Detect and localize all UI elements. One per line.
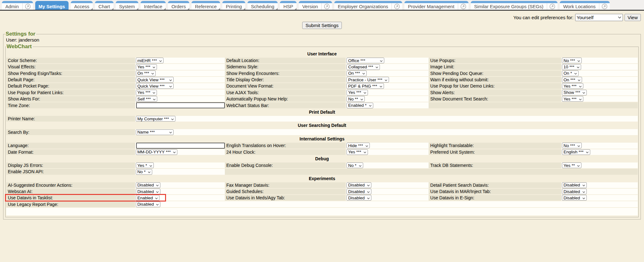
preferences-select[interactable]: Yourself (575, 14, 623, 21)
tab-hsp[interactable]: HSP (280, 1, 297, 10)
track-db-statements-select[interactable]: Yes ** (562, 162, 581, 168)
show-alerts-select[interactable]: Show *** (562, 90, 587, 95)
tab-admin[interactable]: Admin (2, 1, 33, 10)
menu-corner-icon (218, 8, 220, 10)
warn-if-exiting-without-submit-select[interactable]: On *** (562, 77, 582, 83)
chevron-down-icon (362, 71, 365, 76)
automatically-popup-new-help-label: Automatically Popup New Help: (226, 96, 288, 101)
setting-label-cell: Show Pending Encounters: (225, 71, 346, 76)
empty-cell (561, 129, 638, 135)
use-popups-select[interactable]: No *** (562, 58, 582, 63)
section-header-experiments: Experiments (6, 175, 638, 182)
display-js-errors-select[interactable]: Yes * (136, 162, 154, 168)
tab-reference[interactable]: Reference (192, 1, 220, 10)
submit-settings-button[interactable]: Submit Settings (302, 22, 341, 29)
select-value: Yes *** (137, 65, 151, 69)
ai-suggested-encounter-actions-select[interactable]: Disabled (136, 182, 161, 188)
search-by-select[interactable]: Name *** (136, 129, 174, 135)
color-scheme-select[interactable]: miEHR *** (136, 58, 164, 63)
external-link-icon[interactable] (599, 3, 610, 10)
english-translations-on-hover-select[interactable]: Hide *** (347, 143, 369, 148)
external-link-icon[interactable] (547, 3, 558, 10)
24-hour-clock-select[interactable]: Yes *** (347, 149, 368, 155)
tab-orders[interactable]: Orders (168, 1, 189, 10)
menu-corner-icon (243, 8, 245, 10)
webchart-status-bar-select[interactable]: Enabled * (347, 103, 373, 108)
printer-name-select[interactable]: My Computer *** (136, 116, 176, 122)
highlight-translatable-select[interactable]: No *** (562, 143, 582, 148)
use-datavis-in-tasklist-select[interactable]: Enabled (136, 195, 160, 201)
tab-work-locations[interactable]: Work Locations (560, 1, 610, 10)
ai-suggested-encounter-actions-label: AI-Suggested Encounter Actions: (8, 183, 72, 188)
section-row: International Settings (6, 136, 638, 142)
empty-cell (346, 201, 429, 207)
show-pending-encounters-select[interactable]: On *** (347, 71, 367, 76)
enable-json-api-select[interactable]: No * (136, 169, 152, 175)
setting-label-cell: Default Page: (6, 77, 135, 83)
show-document-text-search-select[interactable]: Yes *** (562, 96, 583, 102)
chevron-down-icon (577, 143, 580, 148)
title-display-order-select[interactable]: Practice - User *** (347, 77, 389, 83)
use-datavis-in-e-sign-select[interactable]: Disabled (562, 195, 587, 201)
tab-similar-exposure-groups-segs[interactable]: Similar Exposure Groups (SEGs) (471, 1, 558, 10)
show-pending-esign-tasks-select[interactable]: On *** (136, 71, 156, 76)
tab-employer-organizations[interactable]: Employer Organizations (334, 1, 402, 10)
guided-schedules-select[interactable]: Disabled (347, 189, 371, 194)
detail-patient-search-datavis-select[interactable]: Disabled (562, 182, 587, 188)
table-row: Visual Effects:Yes ***Sidemenu Style:Col… (6, 64, 638, 70)
select-value: Yes * (137, 163, 147, 168)
tab-chart[interactable]: Chart (95, 1, 114, 10)
view-button[interactable]: View (625, 14, 641, 21)
tab-printing[interactable]: Printing (222, 1, 245, 10)
external-link-icon[interactable] (391, 3, 402, 10)
automatically-popup-new-help-select[interactable]: No ** (347, 96, 365, 102)
chevron-down-icon (364, 150, 366, 154)
setting-control-cell (135, 143, 225, 149)
tab-my-settings[interactable]: My Settings (35, 1, 69, 10)
tab-scheduling[interactable]: Scheduling (247, 1, 278, 10)
preferred-unit-system-select[interactable]: English *** (562, 149, 590, 155)
external-link-icon[interactable] (458, 3, 469, 10)
tab-interface[interactable]: Interface (141, 1, 166, 10)
fax-manager-datavis-select[interactable]: Disabled (347, 182, 371, 188)
chevron-down-icon (582, 90, 585, 95)
tab-provider-management[interactable]: Provider Management (404, 1, 469, 10)
setting-control-cell: On *** (135, 71, 225, 76)
select-value: Disabled (137, 202, 154, 207)
tab-access[interactable]: Access (71, 1, 93, 10)
use-popup-for-user-demo-links-select[interactable]: Yes *** (562, 83, 583, 89)
use-legacy-report-page-select[interactable]: Disabled (136, 202, 161, 207)
setting-control-cell: Enabled * (346, 102, 429, 108)
external-link-icon[interactable] (22, 3, 33, 10)
setting-label-cell: Language: (6, 143, 135, 149)
chevron-down-icon (156, 189, 159, 194)
setting-control-cell: My Computer *** (135, 116, 225, 122)
menu-corner-icon (91, 8, 93, 10)
default-page-select[interactable]: Quick View *** (136, 77, 174, 83)
document-view-format-select[interactable]: PDF & PNG *** (347, 83, 384, 89)
default-location-select[interactable]: Office *** (347, 58, 384, 63)
webchart-status-bar-label: WebChart Status Bar: (226, 103, 269, 108)
visual-effects-select[interactable]: Yes *** (136, 64, 157, 70)
setting-label-cell: Use Datavis in Meds/Agy Tab: (225, 195, 346, 201)
use-datavis-in-mar-inject-tab-select[interactable]: Disabled (562, 189, 587, 194)
use-datavis-in-meds-agy-tab-select[interactable]: Disabled (347, 195, 371, 201)
time-zone-input[interactable] (136, 102, 225, 108)
setting-label-cell: Title Display Order: (225, 77, 346, 83)
webscan-ai-select[interactable]: Disabled (136, 189, 161, 194)
enable-debug-console-select[interactable]: No * (347, 162, 363, 168)
show-alerts-for-select[interactable]: Self *** (136, 96, 158, 102)
tab-system[interactable]: System (116, 1, 138, 10)
date-format-select[interactable]: MM-DD-YYYY *** (136, 149, 177, 155)
use-popup-for-patient-links-select[interactable]: Yes *** (136, 90, 157, 95)
date-format-label: Date Format: (8, 150, 34, 155)
language-input[interactable] (136, 143, 225, 149)
default-pocket-page-select[interactable]: Quick View *** (136, 83, 174, 89)
use-ajax-tools-select[interactable]: Yes *** (347, 90, 368, 95)
image-limit-select[interactable]: 10 *** (562, 64, 581, 70)
enable-debug-console-label: Enable Debug Console: (226, 163, 273, 168)
tab-version[interactable]: Version (299, 1, 332, 10)
sidemenu-style-select[interactable]: Collapsed *** (347, 64, 380, 70)
external-link-icon[interactable] (321, 3, 332, 10)
show-pending-doc-queue-select[interactable]: On * (562, 71, 579, 76)
